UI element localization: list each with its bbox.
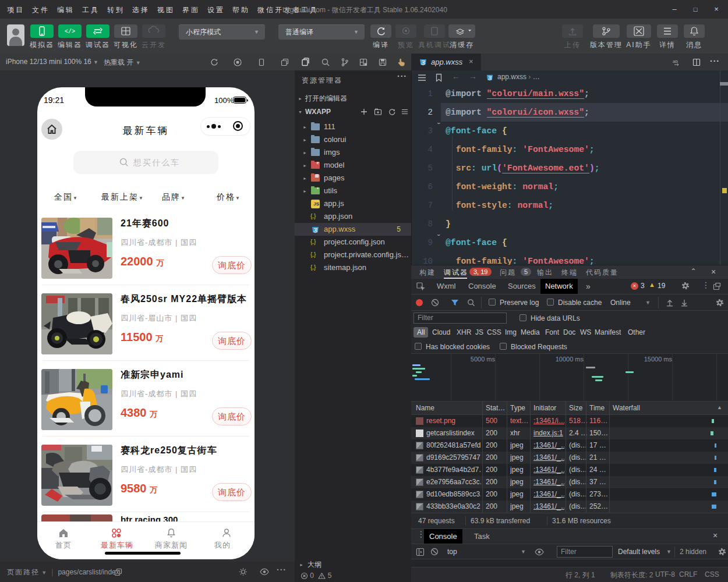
svg-text:ab: ab	[673, 59, 678, 64]
svg-text:</>: </>	[65, 29, 75, 35]
